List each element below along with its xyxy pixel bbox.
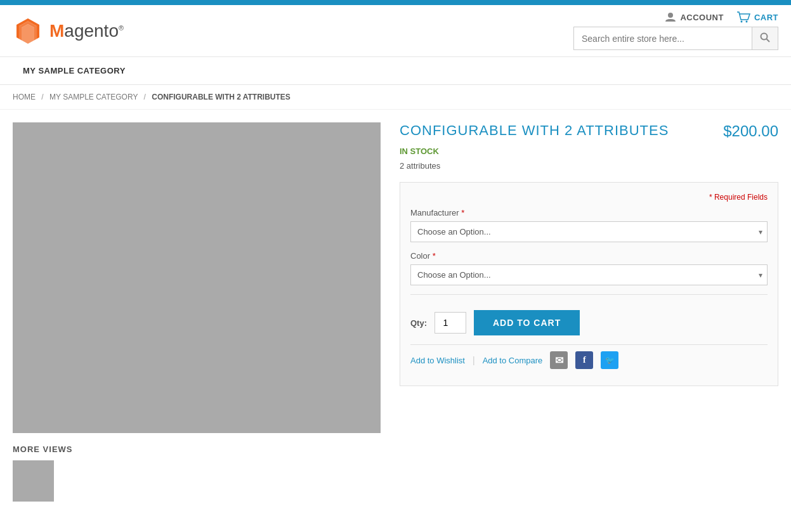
email-share-button[interactable]: ✉ (550, 351, 568, 369)
color-required-star: * (433, 251, 436, 261)
product-images: MORE VIEWS (13, 122, 381, 502)
cart-link[interactable]: CART (736, 11, 778, 23)
facebook-share-button[interactable]: f (575, 351, 593, 369)
header: Magento® ACCOUNT CART (0, 5, 791, 57)
header-right: ACCOUNT CART (573, 11, 778, 50)
breadcrumb-current: CONFIGURABLE WITH 2 ATTRIBUTES (152, 93, 291, 101)
options-form: * Required Fields Manufacturer * Choose … (400, 182, 778, 386)
social-row: Add to Wishlist | Add to Compare ✉ f 🐦 (410, 344, 768, 375)
svg-point-3 (668, 13, 673, 18)
cart-icon (736, 11, 750, 23)
color-select[interactable]: Choose an Option... (410, 264, 768, 285)
logo-text: Magento® (49, 21, 124, 41)
social-divider-1: | (473, 355, 475, 365)
qty-label: Qty: (410, 318, 427, 328)
product-header: CONFIGURABLE WITH 2 ATTRIBUTES $200.00 (400, 122, 778, 140)
form-divider (410, 294, 768, 295)
color-select-wrapper: Choose an Option... ▾ (410, 264, 768, 285)
manufacturer-label: Manufacturer * (410, 208, 768, 217)
add-to-wishlist-link[interactable]: Add to Wishlist (410, 356, 465, 365)
breadcrumb: HOME / MY SAMPLE CATEGORY / CONFIGURABLE… (0, 85, 791, 110)
search-bar (573, 27, 778, 50)
breadcrumb-sep-1: / (41, 93, 43, 101)
header-links: ACCOUNT CART (665, 11, 778, 23)
manufacturer-row: Manufacturer * Choose an Option... ▾ (410, 208, 768, 242)
main-content: MORE VIEWS CONFIGURABLE WITH 2 ATTRIBUTE… (0, 110, 791, 514)
color-row: Color * Choose an Option... ▾ (410, 251, 768, 285)
account-label: ACCOUNT (680, 13, 724, 22)
stock-status: IN STOCK (400, 146, 778, 156)
product-details: CONFIGURABLE WITH 2 ATTRIBUTES $200.00 I… (400, 122, 778, 502)
svg-marker-2 (22, 24, 34, 44)
svg-point-5 (745, 21, 747, 23)
more-views-title: MORE VIEWS (13, 444, 381, 454)
svg-point-6 (761, 34, 768, 40)
add-to-compare-link[interactable]: Add to Compare (483, 356, 543, 365)
manufacturer-required-star: * (461, 208, 464, 217)
nav-item-sample-category[interactable]: MY SAMPLE CATEGORY (13, 57, 136, 84)
twitter-share-button[interactable]: 🐦 (601, 351, 618, 369)
product-price: $200.00 (723, 122, 778, 140)
cart-label: CART (754, 13, 778, 22)
add-to-cart-row: Qty: ADD TO CART (410, 304, 768, 342)
facebook-icon: f (583, 355, 586, 365)
add-to-cart-button[interactable]: ADD TO CART (474, 310, 580, 335)
attributes-count: 2 attributes (400, 161, 778, 171)
search-input[interactable] (574, 29, 752, 49)
breadcrumb-category[interactable]: MY SAMPLE CATEGORY (49, 93, 138, 101)
color-label: Color * (410, 251, 768, 261)
main-product-image (13, 122, 381, 433)
breadcrumb-home[interactable]: HOME (13, 93, 36, 101)
main-nav: MY SAMPLE CATEGORY (0, 57, 791, 85)
logo-area: Magento® (13, 16, 124, 46)
svg-line-7 (767, 39, 770, 42)
search-icon (760, 32, 770, 42)
search-button[interactable] (752, 27, 778, 49)
breadcrumb-sep-2: / (144, 93, 146, 101)
twitter-icon: 🐦 (605, 356, 615, 365)
manufacturer-select-wrapper: Choose an Option... ▾ (410, 221, 768, 242)
user-icon (665, 11, 676, 23)
thumbnail-image[interactable] (13, 460, 54, 502)
required-note: * Required Fields (410, 193, 768, 202)
qty-input[interactable] (435, 312, 466, 334)
email-icon: ✉ (555, 354, 563, 367)
svg-point-4 (740, 21, 742, 23)
account-link[interactable]: ACCOUNT (665, 11, 724, 23)
product-title: CONFIGURABLE WITH 2 ATTRIBUTES (400, 122, 669, 139)
top-bar (0, 0, 791, 5)
magento-logo-icon (13, 16, 43, 46)
manufacturer-select[interactable]: Choose an Option... (410, 221, 768, 242)
